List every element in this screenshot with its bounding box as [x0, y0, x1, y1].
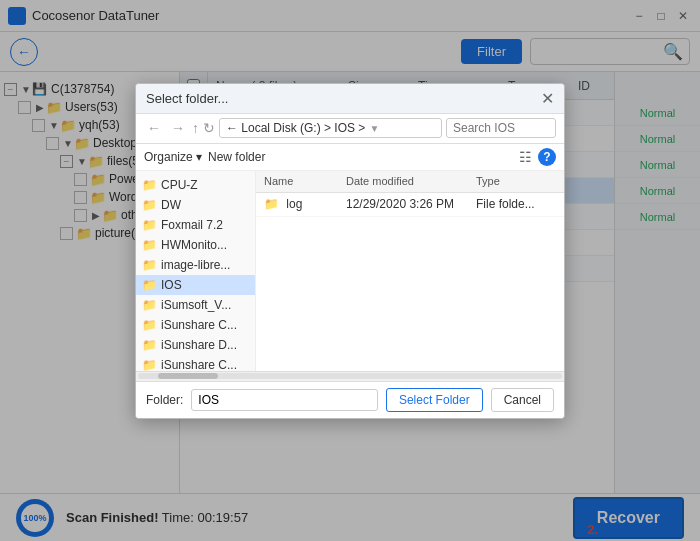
cancel-button[interactable]: Cancel: [491, 388, 554, 412]
select-folder-dialog: Select folder... ✕ ← → ↑ ↻ ← Local Disk …: [135, 83, 565, 419]
path-text: ← Local Disk (G:) > IOS >: [226, 121, 365, 135]
modal-left-item-cpuz[interactable]: 📁 CPU-Z: [136, 175, 255, 195]
modal-folder-icon: 📁: [264, 197, 279, 211]
modal-title: Select folder...: [146, 91, 228, 106]
nav-path-bar: ← Local Disk (G:) > IOS > ▼: [219, 118, 442, 138]
modal-file-date: 12/29/2020 3:26 PM: [346, 197, 476, 211]
mc-name-header: Name: [264, 175, 346, 187]
modal-left-item-imagelibre[interactable]: 📁 image-libre...: [136, 255, 255, 275]
folder-label: Folder:: [146, 393, 183, 407]
view-icon[interactable]: ☷: [519, 149, 532, 165]
help-icon[interactable]: ?: [538, 148, 556, 166]
modal-left-item-ios[interactable]: 📁 IOS: [136, 275, 255, 295]
modal-body: 📁 CPU-Z 📁 DW 📁 Foxmail 7.2 📁 HWMonito...…: [136, 171, 564, 371]
select-folder-button[interactable]: Select Folder: [386, 388, 483, 412]
mc-type-header: Type: [476, 175, 556, 187]
modal-left-item-isumsoft[interactable]: 📁 iSumsoft_V...: [136, 295, 255, 315]
modal-footer: Folder: Select Folder Cancel: [136, 381, 564, 418]
modal-right-panel: Name Date modified Type 📁 log 12/29/2020…: [256, 171, 564, 371]
folder-icon-cpuz: 📁: [142, 178, 157, 192]
modal-col-headers: Name Date modified Type: [256, 171, 564, 193]
modal-filename: 📁 log: [264, 197, 346, 211]
modal-file-type: File folde...: [476, 197, 556, 211]
folder-icon-isumsoft: 📁: [142, 298, 157, 312]
organize-button[interactable]: Organize ▾: [144, 150, 202, 164]
folder-icon-foxmail: 📁: [142, 218, 157, 232]
folder-icon-isunshare2: 📁: [142, 338, 157, 352]
modal-left-item-isunshare3[interactable]: 📁 iSunshare C...: [136, 355, 255, 371]
folder-icon-hwmonitor: 📁: [142, 238, 157, 252]
modal-left-item-foxmail[interactable]: 📁 Foxmail 7.2: [136, 215, 255, 235]
modal-navbar: ← → ↑ ↻ ← Local Disk (G:) > IOS > ▼: [136, 114, 564, 144]
modal-file-row[interactable]: 📁 log 12/29/2020 3:26 PM File folde...: [256, 193, 564, 217]
nav-up-arrow[interactable]: ↑: [192, 120, 199, 136]
folder-icon-isunshare1: 📁: [142, 318, 157, 332]
modal-overlay: Select folder... ✕ ← → ↑ ↻ ← Local Disk …: [0, 0, 700, 541]
modal-close-button[interactable]: ✕: [541, 89, 554, 108]
nav-forward-arrow[interactable]: →: [168, 120, 188, 136]
modal-titlebar: Select folder... ✕: [136, 84, 564, 114]
mc-date-header: Date modified: [346, 175, 476, 187]
nav-refresh-icon[interactable]: ↻: [203, 120, 215, 136]
modal-left-panel: 📁 CPU-Z 📁 DW 📁 Foxmail 7.2 📁 HWMonito...…: [136, 171, 256, 371]
folder-input[interactable]: [191, 389, 378, 411]
path-dropdown-arrow[interactable]: ▼: [369, 123, 379, 134]
new-folder-button[interactable]: New folder: [208, 150, 265, 164]
modal-scrollbar[interactable]: [136, 371, 564, 381]
modal-left-item-isunshare2[interactable]: 📁 iSunshare D...: [136, 335, 255, 355]
scrollbar-track[interactable]: [138, 373, 562, 379]
nav-back-arrow[interactable]: ←: [144, 120, 164, 136]
folder-icon-isunshare3: 📁: [142, 358, 157, 371]
folder-icon-dw: 📁: [142, 198, 157, 212]
modal-left-item-isunshare1[interactable]: 📁 iSunshare C...: [136, 315, 255, 335]
folder-icon-imagelibre: 📁: [142, 258, 157, 272]
modal-left-item-dw[interactable]: 📁 DW: [136, 195, 255, 215]
modal-left-item-hwmonitor[interactable]: 📁 HWMonito...: [136, 235, 255, 255]
modal-file-toolbar: Organize ▾ New folder ☷ ?: [136, 144, 564, 171]
scrollbar-thumb[interactable]: [158, 373, 218, 379]
modal-search-input[interactable]: [446, 118, 556, 138]
folder-icon-ios: 📁: [142, 278, 157, 292]
